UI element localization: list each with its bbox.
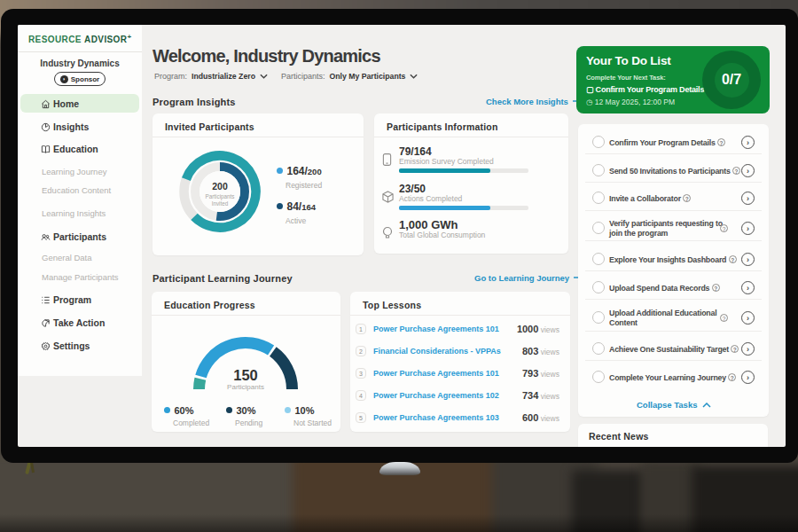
svg-text:200: 200: [212, 181, 228, 192]
svg-text:Invited: Invited: [212, 200, 229, 207]
svg-text:150: 150: [233, 367, 258, 383]
svg-text:Participants: Participants: [206, 193, 235, 200]
svg-text:Participants: Participants: [227, 383, 264, 391]
